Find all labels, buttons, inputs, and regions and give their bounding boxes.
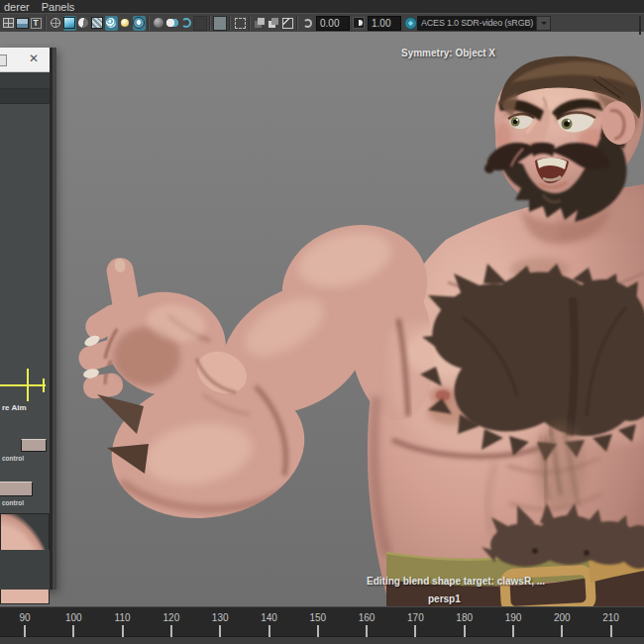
layout-grid-icon-glyph (3, 18, 14, 28)
text-tool-icon[interactable]: T (30, 16, 43, 31)
wireframe-sphere-icon[interactable] (50, 16, 62, 31)
menu-item-derer[interactable]: derer (4, 1, 30, 13)
close-icon[interactable]: ✕ (29, 52, 39, 65)
timeline-tick-150 (317, 625, 319, 637)
timeline-label-200: 200 (554, 612, 571, 623)
textured-cube-icon-glyph (91, 17, 103, 29)
timeline-label-140: 140 (261, 612, 277, 623)
timeline-tick-210 (610, 625, 612, 637)
menu-bar: dererPanels (0, 0, 644, 13)
symmetry-hud: Symmetry: Object X (401, 48, 495, 58)
swatch2-label: control (2, 499, 24, 506)
light-slot-icon[interactable] (214, 16, 227, 31)
timeline-label-90: 90 (19, 612, 30, 623)
viewport-canvas[interactable] (0, 0, 644, 644)
edit-hud: Editing blend shape target: clawsR, ... (367, 576, 545, 587)
timeline-tick-190 (512, 625, 514, 637)
panel-band (0, 89, 53, 104)
scale-snap-field[interactable]: 1.00 (368, 16, 401, 31)
dim-sphere-icon[interactable] (153, 16, 165, 31)
aim-slider-end (43, 378, 45, 392)
color-management-icon[interactable] (404, 16, 417, 31)
aim-slider-handle[interactable] (27, 369, 29, 401)
step-icon[interactable] (353, 16, 366, 31)
textured-cube-icon[interactable] (91, 16, 104, 31)
panel-band (0, 72, 53, 89)
timeline-tick-100 (72, 625, 74, 637)
timeline-tick-120 (170, 625, 172, 637)
timeline-label-100: 100 (65, 612, 82, 623)
toolbar-separator (209, 16, 211, 31)
character-belly-hair (534, 421, 586, 510)
swatch1-label: control (2, 455, 24, 462)
toolbar-separator (249, 16, 251, 31)
timeline-label-170: 170 (407, 612, 424, 623)
timeline-tick-140 (268, 625, 270, 637)
timeline-label-110: 110 (115, 612, 131, 623)
aim-slider-track[interactable] (0, 384, 46, 386)
timeline-tick-160 (366, 625, 368, 637)
refresh-cycle-icon[interactable] (301, 16, 314, 31)
toolbar-separator (229, 16, 231, 31)
toolbar-right-slot[interactable] (639, 17, 641, 35)
timeline[interactable]: 90100110120130140150160170180190200210 (0, 606, 644, 644)
dim-sphere-icon-glyph (154, 18, 163, 28)
panel-icon (0, 54, 7, 66)
timeline-tick-130 (219, 625, 221, 637)
refresh-cycle-icon-glyph (303, 19, 312, 28)
default-material-icon[interactable] (133, 16, 146, 31)
color-swatch-2[interactable] (0, 482, 33, 496)
select-object-icon[interactable] (234, 16, 247, 31)
toolbar-separator (45, 16, 47, 31)
half-shade-sphere-icon-glyph (78, 18, 88, 28)
camera-hud: persp1 (428, 593, 461, 604)
timeline-tick-110 (122, 625, 124, 637)
menu-item-panels[interactable]: Panels (42, 1, 75, 13)
step-icon-glyph (353, 17, 365, 29)
image-plane-icon-glyph (16, 18, 29, 29)
panel-footer (0, 550, 53, 590)
color-management-icon-glyph (404, 17, 417, 30)
toolbar: T0.001.00ACES 1.0 SDR-video (sRGB) (0, 13, 644, 32)
panel-titlebar[interactable]: ✕ (0, 48, 53, 72)
colorspace-dropdown[interactable]: ACES 1.0 SDR-video (sRGB) (417, 16, 536, 31)
timeline-label-180: 180 (456, 612, 473, 623)
shaded-cube-icon[interactable] (63, 16, 76, 31)
timeline-label-130: 130 (212, 612, 229, 623)
rotate-snap-field[interactable]: 0.00 (316, 16, 350, 31)
timeline-tick-180 (464, 625, 466, 637)
color-swatch-1[interactable] (21, 439, 47, 452)
light-bulb-icon[interactable] (119, 16, 132, 31)
slider-label: re Aim (2, 403, 27, 412)
colorspace-dropdown-button[interactable] (536, 16, 551, 31)
timeline-label-120: 120 (163, 612, 180, 623)
empty-slot-icon[interactable] (194, 16, 207, 31)
ring-rotate-icon[interactable] (180, 16, 193, 31)
chevron-down-icon (541, 22, 547, 28)
panel-edge (50, 48, 56, 590)
wireframe-sphere-icon-glyph (51, 18, 60, 28)
timeline-tick-200 (561, 625, 563, 637)
two-spheres-icon[interactable] (166, 16, 179, 31)
light-bulb-icon-glyph (121, 19, 129, 27)
duplicate-icon-glyph (255, 18, 265, 28)
light-slot-icon-glyph (213, 16, 227, 31)
panel-body: re Aim control control (0, 104, 53, 550)
ring-rotate-icon-glyph (181, 18, 191, 28)
two-spheres-icon-glyph (166, 18, 178, 28)
export-selection-icon-glyph (282, 18, 293, 29)
timeline-label-210: 210 (602, 612, 619, 623)
timeline-tick-90 (24, 625, 26, 637)
half-shade-sphere-icon[interactable] (77, 16, 90, 31)
range-slider-strip[interactable] (0, 636, 644, 644)
layout-grid-icon[interactable] (2, 16, 15, 31)
empty-slot-icon-glyph (193, 16, 207, 31)
patterned-sphere-icon[interactable] (105, 16, 118, 31)
image-plane-icon[interactable] (16, 16, 29, 31)
patterned-sphere-icon-glyph (106, 18, 116, 28)
timeline-tick-170 (414, 625, 416, 637)
timeline-label-150: 150 (309, 612, 326, 623)
export-selection-icon[interactable] (281, 16, 294, 31)
duplicate-icon[interactable] (254, 16, 267, 31)
duplicate-input-icon[interactable] (268, 16, 280, 31)
